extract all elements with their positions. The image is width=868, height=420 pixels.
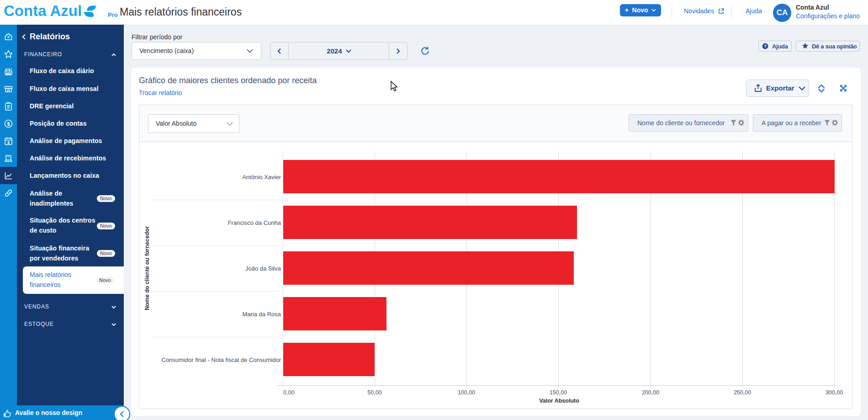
svg-text:$: $	[7, 121, 10, 127]
svg-text:?: ?	[764, 43, 767, 48]
svg-text:$: $	[7, 140, 10, 145]
